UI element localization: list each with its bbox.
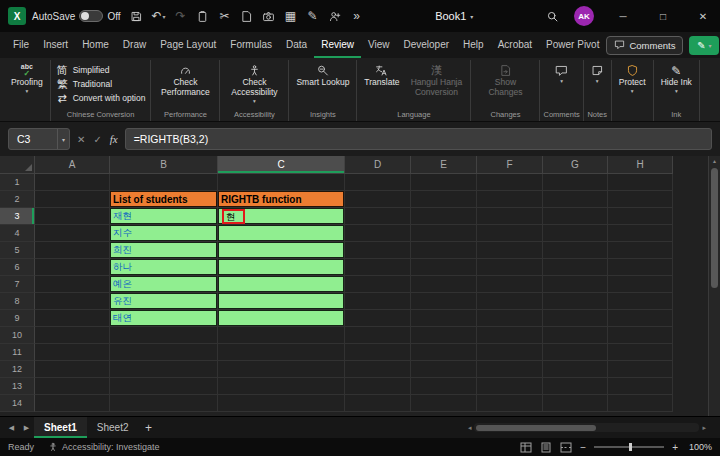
vertical-scroll-thumb[interactable]	[711, 168, 718, 288]
cell-B14[interactable]	[110, 395, 218, 412]
cell-H3[interactable]	[608, 208, 673, 225]
cell-F11[interactable]	[477, 344, 543, 361]
cell-H5[interactable]	[608, 242, 673, 259]
cell-F4[interactable]	[477, 225, 543, 242]
cell-H11[interactable]	[608, 344, 673, 361]
row-header-7[interactable]: 7	[0, 276, 35, 293]
new-sheet-button[interactable]: +	[139, 419, 159, 437]
tab-review[interactable]: Review	[314, 32, 361, 58]
cell-A1[interactable]	[35, 174, 110, 191]
cell-F13[interactable]	[477, 378, 543, 395]
more-icon[interactable]: »	[347, 5, 367, 27]
hide-ink-button[interactable]: ✎Hide Ink▾	[657, 60, 696, 108]
tab-draw[interactable]: Draw	[116, 32, 153, 58]
comments-button[interactable]: ▾	[551, 60, 572, 108]
check-accessibility-button[interactable]: Check Accessibility▾	[223, 60, 285, 108]
cell-E13[interactable]	[411, 378, 477, 395]
zoom-out-button[interactable]: −	[580, 442, 586, 453]
camera-icon[interactable]	[259, 5, 279, 27]
cell-G12[interactable]	[543, 361, 608, 378]
cell-C4[interactable]	[218, 225, 345, 242]
cell-C6[interactable]	[218, 259, 345, 276]
cell-B5[interactable]: 희진	[110, 242, 218, 259]
zoom-slider[interactable]	[594, 446, 664, 448]
cell-C8[interactable]	[218, 293, 345, 310]
scroll-up-icon[interactable]: ▴	[709, 156, 720, 166]
cell-G9[interactable]	[543, 310, 608, 327]
cell-C9[interactable]	[218, 310, 345, 327]
sheet-nav-right-icon[interactable]: ▶	[19, 424, 34, 432]
cell-H8[interactable]	[608, 293, 673, 310]
normal-view-icon[interactable]	[520, 442, 532, 453]
row-header-2[interactable]: 2	[0, 191, 35, 208]
cell-A11[interactable]	[35, 344, 110, 361]
cell-C13[interactable]	[218, 378, 345, 395]
cell-G11[interactable]	[543, 344, 608, 361]
cell-G7[interactable]	[543, 276, 608, 293]
row-header-4[interactable]: 4	[0, 225, 35, 242]
cancel-icon[interactable]: ✕	[77, 134, 85, 145]
column-header-b[interactable]: B	[110, 156, 218, 174]
cell-A12[interactable]	[35, 361, 110, 378]
row-header-11[interactable]: 11	[0, 344, 35, 361]
cell-F7[interactable]	[477, 276, 543, 293]
cell-C14[interactable]	[218, 395, 345, 412]
undo-icon[interactable]: ↶▾	[149, 5, 169, 27]
autosave-toggle[interactable]: AutoSave Off	[32, 10, 121, 22]
scissors-icon[interactable]: ✂	[215, 5, 235, 27]
cell-B6[interactable]: 하나	[110, 259, 218, 276]
cell-A7[interactable]	[35, 276, 110, 293]
cell-D5[interactable]	[345, 242, 411, 259]
close-button[interactable]: ✕	[686, 0, 720, 32]
cell-H2[interactable]	[608, 191, 673, 208]
accessibility-status[interactable]: Accessibility: Investigate	[48, 442, 160, 452]
clipboard-icon[interactable]	[193, 5, 213, 27]
column-header-a[interactable]: A	[35, 156, 110, 174]
cell-E9[interactable]	[411, 310, 477, 327]
hscroll-left-icon[interactable]: ◂	[468, 424, 472, 432]
cell-G2[interactable]	[543, 191, 608, 208]
cell-H13[interactable]	[608, 378, 673, 395]
chevron-down-icon[interactable]: ▾	[57, 129, 69, 149]
tab-formulas[interactable]: Formulas	[223, 32, 279, 58]
column-header-h[interactable]: H	[608, 156, 673, 174]
borders-icon[interactable]: ▦	[281, 5, 301, 27]
cell-G5[interactable]	[543, 242, 608, 259]
share-button[interactable]: ✎▾	[689, 36, 719, 55]
cell-H14[interactable]	[608, 395, 673, 412]
tab-home[interactable]: Home	[75, 32, 116, 58]
cell-G4[interactable]	[543, 225, 608, 242]
select-all-button[interactable]	[0, 156, 35, 174]
row-header-9[interactable]: 9	[0, 310, 35, 327]
notes-button[interactable]: ▾	[587, 60, 608, 108]
minimize-button[interactable]: ─	[606, 0, 640, 32]
cell-D3[interactable]	[345, 208, 411, 225]
page-break-view-icon[interactable]	[560, 442, 572, 453]
cell-B4[interactable]: 지수	[110, 225, 218, 242]
cell-B7[interactable]: 예은	[110, 276, 218, 293]
simplified-button[interactable]: 简Simplified	[54, 64, 148, 77]
row-header-14[interactable]: 14	[0, 395, 35, 412]
cell-C5[interactable]	[218, 242, 345, 259]
cell-H12[interactable]	[608, 361, 673, 378]
cell-G13[interactable]	[543, 378, 608, 395]
cell-A6[interactable]	[35, 259, 110, 276]
cell-C11[interactable]	[218, 344, 345, 361]
cell-C1[interactable]	[218, 174, 345, 191]
row-header-6[interactable]: 6	[0, 259, 35, 276]
row-header-13[interactable]: 13	[0, 378, 35, 395]
cell-H4[interactable]	[608, 225, 673, 242]
cell-E6[interactable]	[411, 259, 477, 276]
zoom-slider-thumb[interactable]	[629, 443, 632, 451]
save-icon[interactable]	[127, 5, 147, 27]
cell-F6[interactable]	[477, 259, 543, 276]
translate-button[interactable]: Translate	[360, 60, 403, 108]
cell-F14[interactable]	[477, 395, 543, 412]
column-header-d[interactable]: D	[345, 156, 411, 174]
cell-D4[interactable]	[345, 225, 411, 242]
column-header-g[interactable]: G	[543, 156, 608, 174]
column-header-f[interactable]: F	[477, 156, 543, 174]
cell-B2[interactable]: List of students	[110, 191, 218, 208]
cell-C3[interactable]: 현	[218, 208, 345, 225]
check-performance-button[interactable]: Check Performance	[154, 60, 216, 108]
